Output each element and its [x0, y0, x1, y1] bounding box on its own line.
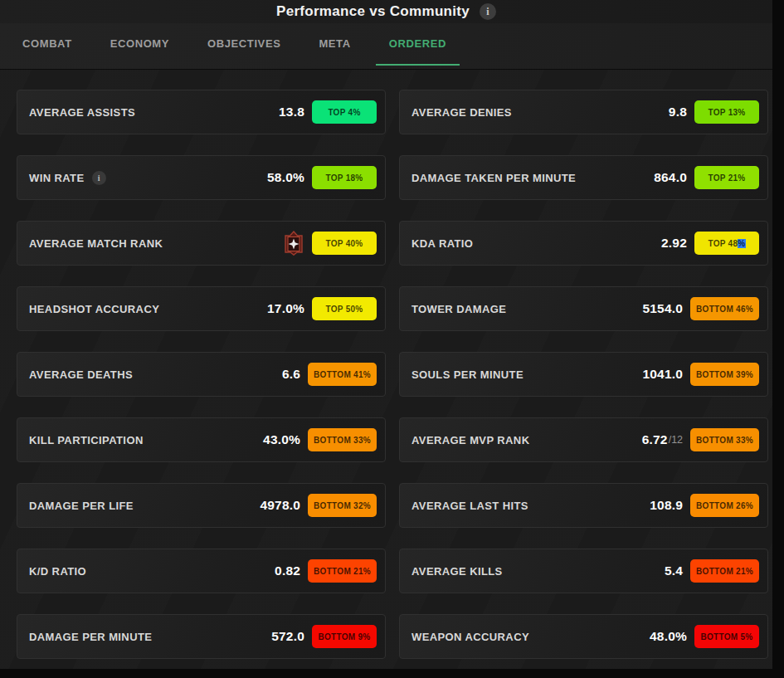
stat-label: HEADSHOT ACCURACY [29, 303, 159, 315]
stat-value: 864.0 [654, 170, 687, 185]
tab-economy[interactable]: ECONOMY [97, 23, 183, 66]
percentile-badge-text: BOTTOM 33% [314, 436, 371, 445]
stat-label: SOULS PER MINUTE [411, 368, 523, 381]
stat-label-group: DAMAGE PER MINUTE [29, 631, 271, 643]
stat-value-group: TOP 40% [283, 231, 377, 256]
tab-label: META [319, 37, 350, 50]
tab-objectives[interactable]: OBJECTIVES [194, 23, 294, 66]
stat-value-group: 43.0% BOTTOM 33% [263, 428, 377, 451]
stat-label-group: HEADSHOT ACCURACY [29, 303, 267, 315]
tab-label: OBJECTIVES [207, 37, 280, 50]
stat-label-group: AVERAGE MATCH RANK [29, 237, 283, 250]
stat-value-group: 108.9 BOTTOM 26% [650, 494, 759, 517]
stat-label-group: KILL PARTICIPATION [29, 434, 263, 446]
tab-meta[interactable]: META [305, 23, 363, 66]
percentile-badge: BOTTOM 9% [312, 625, 377, 648]
stat-value: 5154.0 [642, 301, 683, 316]
percentile-badge-text: BOTTOM 41% [314, 370, 371, 379]
stat-value: 17.0% [267, 301, 304, 316]
stat-value: 4978.0 [260, 498, 300, 513]
stat-card: K/D RATIO 0.82 BOTTOM 21% [17, 549, 386, 593]
stat-card: AVERAGE ASSISTS 13.8 TOP 4% [17, 90, 386, 134]
stat-label-group: K/D RATIO [29, 565, 275, 578]
stat-card: AVERAGE DEATHS 6.6 BOTTOM 41% [17, 352, 386, 397]
stat-card: AVERAGE MVP RANK 6.72 /12 BOTTOM 33% [399, 417, 768, 462]
stat-card: HEADSHOT ACCURACY 17.0% TOP 50% [17, 286, 386, 331]
stat-card: DAMAGE PER MINUTE 572.0 BOTTOM 9% [17, 614, 386, 659]
stat-label: WEAPON ACCURACY [411, 631, 529, 643]
percentile-badge-text: BOTTOM 33% [696, 436, 753, 445]
stat-label: K/D RATIO [29, 565, 86, 578]
percentile-badge-text: BOTTOM 21% [696, 567, 753, 576]
stat-label: AVERAGE LAST HITS [411, 500, 528, 512]
stat-label: KILL PARTICIPATION [29, 434, 144, 446]
stat-value-group: 5154.0 BOTTOM 46% [642, 297, 759, 320]
stat-label: AVERAGE MATCH RANK [29, 237, 163, 250]
stat-label: TOWER DAMAGE [411, 303, 506, 315]
stat-card: TOWER DAMAGE 5154.0 BOTTOM 46% [399, 286, 768, 331]
stat-label: AVERAGE MVP RANK [411, 434, 529, 446]
stat-label-group: AVERAGE LAST HITS [411, 500, 650, 512]
stat-value-group: 48.0% BOTTOM 5% [650, 625, 759, 648]
stat-card: AVERAGE KILLS 5.4 BOTTOM 21% [399, 549, 768, 593]
stat-card: AVERAGE LAST HITS 108.9 BOTTOM 26% [399, 483, 768, 528]
stat-label-group: WEAPON ACCURACY [411, 631, 650, 643]
stat-value: 108.9 [650, 498, 683, 513]
stat-value-group: 13.8 TOP 4% [279, 100, 377, 124]
stat-value-group: 864.0 TOP 21% [654, 166, 759, 189]
stat-card: WEAPON ACCURACY 48.0% BOTTOM 5% [399, 614, 768, 659]
percentile-badge: TOP 4% [312, 100, 377, 124]
stat-label: AVERAGE ASSISTS [29, 106, 135, 119]
stat-card: SOULS PER MINUTE 1041.0 BOTTOM 39% [399, 352, 768, 397]
header: Performance vs Community i [0, 0, 772, 23]
stat-label: WIN RATE [29, 172, 85, 184]
stat-value-group: 58.0% TOP 18% [267, 166, 377, 189]
stat-label-group: AVERAGE DENIES [411, 106, 669, 119]
stat-value-group: 0.82 BOTTOM 21% [275, 559, 377, 583]
stat-value-group: 6.6 BOTTOM 41% [282, 363, 377, 386]
stat-value-group: 17.0% TOP 50% [267, 297, 377, 320]
percentile-badge: BOTTOM 46% [690, 297, 759, 320]
percentile-badge: BOTTOM 33% [308, 428, 377, 451]
percentile-badge-text: TOP 48 [708, 239, 738, 248]
stat-value: 0.82 [275, 563, 300, 578]
stat-value-suffix: /12 [669, 434, 683, 446]
stat-value-group: 1041.0 BOTTOM 39% [642, 363, 759, 386]
stat-label: DAMAGE PER MINUTE [29, 631, 152, 643]
stat-value: 1041.0 [642, 367, 683, 382]
percentile-badge: TOP 18% [312, 166, 377, 189]
stat-value: 48.0% [650, 629, 687, 644]
stat-label-group: AVERAGE DEATHS [29, 368, 282, 381]
stat-value: 58.0% [267, 170, 304, 185]
stat-value-group: 9.8 TOP 13% [669, 100, 759, 124]
percentile-badge-text: BOTTOM 5% [700, 632, 752, 641]
stat-card: DAMAGE PER LIFE 4978.0 BOTTOM 32% [17, 483, 386, 528]
page-title: Performance vs Community [276, 3, 470, 20]
tab-ordered[interactable]: ORDERED [376, 23, 460, 66]
percentile-badge-text: TOP 13% [708, 108, 745, 117]
stats-grid: AVERAGE ASSISTS 13.8 TOP 4% WIN RATE i 5… [0, 70, 772, 659]
stat-card: KILL PARTICIPATION 43.0% BOTTOM 33% [17, 417, 386, 462]
stat-card: DAMAGE TAKEN PER MINUTE 864.0 TOP 21% [399, 155, 768, 200]
stat-label-group: AVERAGE ASSISTS [29, 106, 279, 119]
stat-value: 572.0 [271, 629, 304, 644]
percentile-badge: BOTTOM 21% [690, 559, 759, 583]
percentile-badge: TOP 13% [694, 100, 759, 124]
info-icon[interactable]: i [92, 171, 106, 185]
tab-label: ECONOMY [110, 37, 169, 50]
stat-value-group: 2.92 TOP 48% [661, 232, 759, 255]
performance-panel: Performance vs Community i COMBAT ECONOM… [0, 0, 772, 669]
percentile-badge-selected-text: % [738, 239, 745, 248]
stat-value: 6.6 [282, 367, 300, 382]
percentile-badge: TOP 50% [312, 297, 377, 320]
info-icon[interactable]: i [480, 3, 496, 20]
tab-combat[interactable]: COMBAT [9, 23, 85, 66]
percentile-badge-text: BOTTOM 21% [314, 567, 371, 576]
percentile-badge: BOTTOM 21% [308, 559, 377, 583]
stat-label: AVERAGE KILLS [411, 565, 503, 578]
stat-label-group: DAMAGE TAKEN PER MINUTE [411, 172, 654, 184]
percentile-badge: BOTTOM 39% [690, 363, 759, 386]
percentile-badge-text: BOTTOM 9% [318, 632, 370, 641]
percentile-badge-text: TOP 50% [325, 305, 363, 314]
stat-card: WIN RATE i 58.0% TOP 18% [17, 155, 386, 200]
